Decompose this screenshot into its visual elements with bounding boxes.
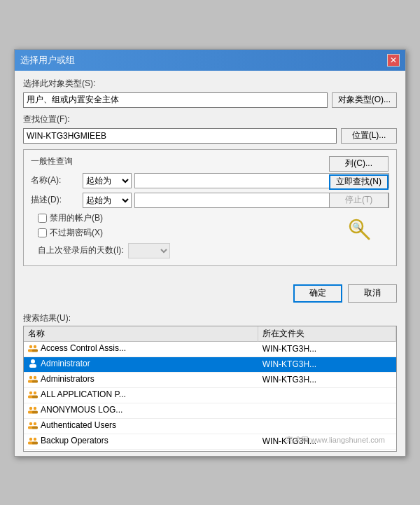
- search-icon: 🔍: [346, 216, 372, 242]
- search-results-label: 搜索结果(U):: [15, 310, 405, 326]
- group-icon: [28, 451, 38, 452]
- cell-folder: [258, 418, 396, 434]
- cell-name: Backup Operators: [24, 434, 258, 449]
- svg-point-11: [34, 375, 36, 378]
- cell-folder: WIN-KTG3H...: [258, 357, 396, 372]
- svg-point-22: [29, 422, 32, 424]
- svg-point-15: [34, 391, 36, 394]
- svg-rect-7: [32, 349, 38, 352]
- cell-name: Administrators: [24, 372, 258, 387]
- object-type-label: 选择此对象类型(S):: [23, 78, 397, 90]
- cancel-button[interactable]: 取消: [348, 284, 397, 303]
- location-input[interactable]: [23, 128, 337, 144]
- col-button[interactable]: 列(C)...: [329, 156, 388, 172]
- svg-point-27: [34, 437, 36, 440]
- days-label: 自上次登录后的天数(I):: [38, 244, 124, 256]
- close-button[interactable]: ✕: [387, 54, 400, 67]
- group-icon: [28, 343, 38, 353]
- desc-label: 描述(D):: [31, 194, 80, 206]
- svg-point-14: [29, 391, 32, 394]
- table-row[interactable]: Access Control Assis...WIN-KTG3H...: [24, 341, 396, 357]
- select-user-dialog: 选择用户或组 ✕ 选择此对象类型(S): 对象类型(O)... 查找位置(F):…: [14, 49, 406, 457]
- checkbox1-label: 禁用的帐户(B): [50, 212, 103, 224]
- svg-point-5: [34, 345, 36, 347]
- cell-folder: WIN-KTG3H...: [258, 341, 396, 357]
- table-row[interactable]: BATCH: [24, 449, 396, 452]
- cell-name: ALL APPLICATION P...: [24, 387, 258, 403]
- cell-folder: WIN-KTG3H...: [258, 434, 396, 449]
- table-row[interactable]: Authenticated Users: [24, 418, 396, 434]
- stop-button[interactable]: 停止(T): [329, 193, 388, 208]
- svg-rect-17: [32, 395, 38, 398]
- svg-point-8: [31, 359, 35, 364]
- svg-rect-13: [32, 380, 38, 382]
- cell-name: Access Control Assis...: [24, 341, 258, 357]
- days-row: 自上次登录后的天数(I):: [31, 243, 389, 258]
- location-row: 位置(L)...: [23, 128, 397, 144]
- svg-text:🔍: 🔍: [353, 222, 362, 231]
- cell-name: ANONYMOUS LOG...: [24, 403, 258, 418]
- group-icon: [28, 420, 38, 430]
- svg-rect-25: [32, 426, 38, 429]
- search-icon-area: 🔍: [329, 216, 388, 242]
- group-icon: [28, 436, 38, 445]
- table-row[interactable]: Backup OperatorsWIN-KTG3H...: [24, 434, 396, 449]
- dialog-title: 选择用户或组: [20, 54, 75, 67]
- cell-name: Administrator: [24, 357, 258, 372]
- location-button[interactable]: 位置(L)...: [341, 128, 397, 144]
- svg-rect-29: [32, 441, 38, 444]
- svg-point-23: [34, 422, 36, 424]
- svg-rect-21: [32, 410, 38, 413]
- svg-rect-9: [29, 364, 36, 368]
- table-row[interactable]: AdministratorsWIN-KTG3H...: [24, 372, 396, 387]
- non-expiring-password-checkbox[interactable]: [38, 228, 47, 237]
- right-buttons-area: 列(C)... 立即查找(N) 停止(T) 🔍: [329, 156, 388, 242]
- checkbox2-label: 不过期密码(X): [50, 227, 103, 239]
- desc-select[interactable]: 起始为: [83, 193, 132, 208]
- svg-point-18: [29, 406, 32, 409]
- cell-folder: [258, 449, 396, 452]
- svg-point-4: [29, 345, 32, 347]
- search-now-button[interactable]: 立即查找(N): [329, 174, 388, 190]
- table-row[interactable]: AdministratorWIN-KTG3H...: [24, 357, 396, 372]
- location-label: 查找位置(F):: [23, 113, 397, 125]
- results-table: 名称 所在文件夹 Access Control Assis...WIN-KTG3…: [24, 326, 396, 452]
- svg-point-19: [34, 406, 36, 409]
- name-select[interactable]: 起始为: [83, 173, 132, 188]
- table-row[interactable]: ALL APPLICATION P...: [24, 387, 396, 403]
- group-icon: [28, 405, 38, 415]
- bottom-buttons: 确定 取消: [15, 280, 405, 310]
- cell-name: Authenticated Users: [24, 418, 258, 434]
- group-icon: [28, 389, 38, 399]
- svg-line-1: [361, 231, 369, 239]
- days-select[interactable]: [128, 243, 170, 258]
- cell-folder: WIN-KTG3H...: [258, 372, 396, 387]
- svg-point-26: [29, 437, 32, 440]
- title-bar: 选择用户或组 ✕: [15, 50, 405, 71]
- object-type-button[interactable]: 对象类型(O)...: [332, 92, 397, 108]
- table-row[interactable]: ANONYMOUS LOG...: [24, 403, 396, 418]
- results-table-container[interactable]: 名称 所在文件夹 Access Control Assis...WIN-KTG3…: [23, 326, 397, 452]
- cell-folder: [258, 387, 396, 403]
- dialog-body: 选择此对象类型(S): 对象类型(O)... 查找位置(F): 位置(L)...…: [15, 71, 405, 280]
- svg-point-10: [29, 375, 32, 378]
- user-icon: [28, 359, 38, 368]
- object-type-input[interactable]: [23, 92, 328, 108]
- object-type-row: 对象类型(O)...: [23, 92, 397, 108]
- confirm-button[interactable]: 确定: [293, 284, 342, 303]
- cell-name: BATCH: [24, 449, 258, 452]
- group-icon: [28, 374, 38, 384]
- disabled-account-checkbox[interactable]: [38, 214, 47, 223]
- name-label: 名称(A):: [31, 174, 80, 186]
- col-folder-header: 所在文件夹: [258, 326, 396, 342]
- cell-folder: [258, 403, 396, 418]
- table-header-row: 名称 所在文件夹: [24, 326, 396, 342]
- col-name-header: 名称: [24, 326, 258, 342]
